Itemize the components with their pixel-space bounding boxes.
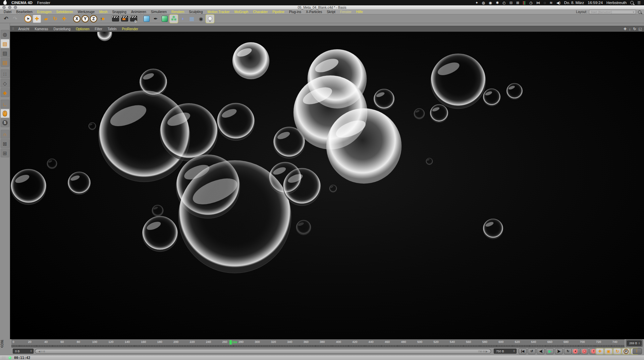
last-used-tool[interactable]: ✚ (60, 15, 68, 23)
chat-bubble-icon[interactable]: ◌ (544, 1, 546, 5)
menu-rendern[interactable]: Rendern (169, 10, 186, 14)
tweak-mode-button[interactable] (1, 109, 9, 118)
undo-button[interactable]: ↶ (2, 15, 10, 23)
tools-icon[interactable]: ✦ (475, 1, 478, 5)
lock-workplane-button[interactable]: ⊠ (1, 139, 9, 148)
viewport-menu-darstellung[interactable]: Darstellung (51, 27, 73, 31)
coordinate-system-button[interactable]: ↑ (98, 15, 106, 23)
add-environment-button[interactable]: ▦ (188, 15, 196, 23)
drag-handle-icon[interactable] (2, 356, 6, 359)
spotlight-search-icon[interactable] (630, 1, 634, 4)
viewport-menu-filter[interactable]: Filter (92, 27, 105, 31)
menubar-user[interactable]: Herbstreuth (606, 1, 627, 5)
viewport-menu-prorender[interactable]: ProRender (119, 27, 141, 31)
timeline-ruler[interactable]: 0204060801001201401601802002202402602803… (11, 339, 625, 348)
viewport-menu-optionen[interactable]: Optionen (73, 27, 92, 31)
enable-snap-button[interactable]: ∩ (1, 130, 9, 139)
render-settings-button[interactable]: ⚙ (129, 15, 138, 23)
play-forwards-button[interactable]: ▶ (546, 348, 554, 354)
record-keyframes-button[interactable]: ● (571, 348, 579, 354)
viewport-solo-button[interactable]: S (1, 118, 9, 127)
menu-skript[interactable]: Skript (324, 10, 338, 14)
edges-mode-button[interactable]: ◇ (1, 79, 9, 88)
istat-menus-icon[interactable] (523, 1, 526, 5)
previous-key-button[interactable]: ↺ (528, 348, 536, 354)
record-scale-button[interactable]: ▣ (604, 348, 612, 354)
wifi-icon[interactable]: ≋ (549, 1, 552, 5)
keyframe-palette-button[interactable]: ⠇ (633, 348, 642, 354)
pan-view-button[interactable]: ✚ (624, 27, 627, 31)
viewport-menu-tafeln[interactable]: Tafeln (105, 27, 119, 31)
timeline-scrollbar[interactable]: ◀ 0 B 750 B ▶ (35, 349, 491, 354)
previous-frame-button[interactable]: ◀( (537, 348, 545, 354)
menu-werkzeuge[interactable]: Werkzeuge (75, 10, 97, 14)
scale-tool[interactable]: ▰ (42, 15, 50, 23)
stepper-icon[interactable]: ⇕ (30, 350, 32, 353)
model-mode-button[interactable]: ▧ (1, 39, 9, 48)
menu-bearbeiten[interactable]: Bearbeiten (14, 10, 35, 14)
lock-y-axis-button[interactable]: Y (82, 15, 89, 22)
menu-erzeugen[interactable]: Erzeugen (35, 10, 54, 14)
add-generator-button[interactable] (161, 15, 169, 23)
zoom-view-button[interactable]: ↓ (629, 27, 631, 31)
time-machine-icon[interactable]: ◷ (529, 1, 533, 5)
creative-cloud-icon[interactable]: ◍ (482, 1, 485, 5)
menu-hilfe[interactable]: Hilfe (354, 10, 365, 14)
layout-dropdown[interactable]: Start (Benutzer) ▾ (589, 10, 636, 14)
display-icon[interactable]: ⊟ (509, 1, 513, 5)
menu-animieren[interactable]: Animieren (129, 10, 149, 14)
render-picture-viewer-button[interactable] (120, 15, 128, 23)
bluetooth-icon[interactable]: ⋈ (536, 1, 540, 5)
render-view-button[interactable] (111, 15, 119, 23)
menu-x-particles[interactable]: X-Particles (304, 10, 324, 14)
lock-z-axis-button[interactable]: Z (90, 15, 97, 22)
separator[interactable] (69, 15, 72, 23)
menubar-clock[interactable]: 16:59:24 (588, 1, 603, 5)
stepper-icon[interactable]: ⇕ (638, 342, 640, 345)
planar-workplane-button[interactable]: ⊞ (1, 149, 9, 157)
add-metaball-button[interactable]: ⁂ (170, 15, 178, 23)
add-light-button[interactable] (206, 15, 214, 23)
menubar-menu-fenster[interactable]: Fenster (37, 1, 50, 5)
menu-simulieren[interactable]: Simulieren (149, 10, 169, 14)
screen-share-icon[interactable]: ⊞ (516, 1, 519, 5)
viewport-menu-kameras[interactable]: Kameras (32, 27, 51, 31)
rotate-view-button[interactable]: ↻ (633, 27, 636, 31)
move-tool[interactable]: ✚ (33, 15, 41, 23)
autokeying-button[interactable]: ◯ (580, 348, 588, 354)
viewport-menu-ansicht[interactable]: Ansicht (16, 27, 32, 31)
menu-plug-ins[interactable]: Plug-ins (287, 10, 304, 14)
playhead[interactable]: 269 (229, 340, 237, 345)
volume-icon[interactable]: ◀) (556, 1, 560, 5)
menu-charakter[interactable]: Charakter (251, 10, 270, 14)
add-cube-object-button[interactable] (143, 15, 151, 23)
next-key-button[interactable]: ↻ (564, 348, 572, 354)
notification-center-icon[interactable]: ☰ (637, 1, 641, 5)
rotate-tool[interactable]: ↻ (51, 15, 59, 23)
range-start-field[interactable]: 0 B ⇕ (13, 349, 34, 354)
enable-axis-button[interactable]: ∟ (1, 100, 9, 108)
lock-x-axis-button[interactable]: X (73, 15, 80, 22)
current-frame-field[interactable]: 269 B ⇕ (627, 341, 642, 346)
add-camera-button[interactable]: ◉ (197, 15, 205, 23)
active-app-name[interactable]: CINEMA 4D (11, 1, 33, 5)
separator[interactable] (107, 15, 110, 23)
menu-sculpting[interactable]: Sculpting (186, 10, 205, 14)
polygons-mode-button[interactable]: ◆ (1, 88, 9, 97)
separator[interactable] (20, 15, 23, 23)
menu-pipeline[interactable]: Pipeline (270, 10, 287, 14)
location-icon[interactable]: ◉ (489, 1, 492, 5)
texture-mode-button[interactable]: ▨ (1, 49, 9, 57)
timeline-scrollbar-thumb[interactable]: ◀ 0 B 750 B ▶ (35, 349, 491, 353)
points-mode-button[interactable]: ∷ (1, 69, 9, 78)
perspective-viewport[interactable] (10, 32, 644, 339)
add-deformer-button[interactable]: ◗ (179, 15, 187, 23)
menu-datei[interactable]: Datei (1, 10, 14, 14)
menubar-date[interactable]: Do. 8. März (564, 1, 584, 5)
add-spline-button[interactable]: ✒ (152, 15, 160, 23)
paw-app-icon[interactable]: ✱ (496, 1, 499, 5)
record-position-button[interactable]: ✚ (596, 348, 604, 354)
apple-menu-icon[interactable] (3, 1, 7, 5)
toggle-views-button[interactable]: ◱ (639, 27, 642, 31)
record-rotation-button[interactable]: ↻ (613, 348, 621, 354)
